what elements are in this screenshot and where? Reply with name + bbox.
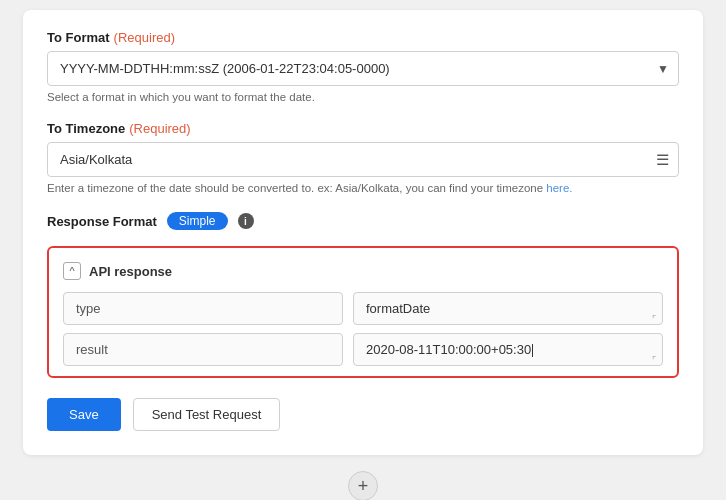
buttons-row: Save Send Test Request	[47, 398, 679, 431]
response-format-label: Response Format	[47, 214, 157, 229]
to-format-select[interactable]: YYYY-MM-DDTHH:mm:ssZ (2006-01-22T23:04:0…	[47, 51, 679, 86]
page-wrapper: To Format(Required) YYYY-MM-DDTHH:mm:ssZ…	[0, 0, 726, 500]
api-field-key-type: type	[63, 292, 343, 325]
to-format-select-wrapper: YYYY-MM-DDTHH:mm:ssZ (2006-01-22T23:04:0…	[47, 51, 679, 86]
api-fields-grid: type formatDate ⌜ result 2020-08-11T10:0…	[63, 292, 663, 366]
to-timezone-label: To Timezone(Required)	[47, 121, 679, 136]
api-response-title: API response	[89, 264, 172, 279]
to-timezone-input[interactable]	[47, 142, 679, 177]
to-format-hint: Select a format in which you want to for…	[47, 91, 679, 103]
resize-handle-1: ⌜	[652, 314, 660, 322]
to-format-label: To Format(Required)	[47, 30, 679, 45]
api-field-row-result: result 2020-08-11T10:00:00+05:30 ⌜	[63, 333, 663, 366]
text-cursor	[532, 344, 533, 357]
send-test-button[interactable]: Send Test Request	[133, 398, 281, 431]
info-icon[interactable]: i	[238, 213, 254, 229]
add-button-row: +	[348, 471, 378, 500]
collapse-icon[interactable]: ^	[63, 262, 81, 280]
api-field-row-type: type formatDate ⌜	[63, 292, 663, 325]
to-timezone-section: To Timezone(Required) ☰ Enter a timezone…	[47, 121, 679, 194]
api-response-box: ^ API response type formatDate ⌜ result …	[47, 246, 679, 378]
add-button[interactable]: +	[348, 471, 378, 500]
to-format-section: To Format(Required) YYYY-MM-DDTHH:mm:ssZ…	[47, 30, 679, 103]
main-card: To Format(Required) YYYY-MM-DDTHH:mm:ssZ…	[23, 10, 703, 455]
save-button[interactable]: Save	[47, 398, 121, 431]
to-timezone-input-wrapper: ☰	[47, 142, 679, 177]
api-field-key-result: result	[63, 333, 343, 366]
response-format-row: Response Format Simple i	[47, 212, 679, 230]
menu-icon[interactable]: ☰	[656, 151, 669, 169]
api-field-value-result: 2020-08-11T10:00:00+05:30 ⌜	[353, 333, 663, 366]
to-timezone-hint: Enter a timezone of the date should be c…	[47, 182, 679, 194]
resize-handle-2: ⌜	[652, 355, 660, 363]
simple-badge[interactable]: Simple	[167, 212, 228, 230]
api-field-value-type: formatDate ⌜	[353, 292, 663, 325]
api-response-header: ^ API response	[63, 262, 663, 280]
timezone-hint-link[interactable]: here.	[546, 182, 572, 194]
